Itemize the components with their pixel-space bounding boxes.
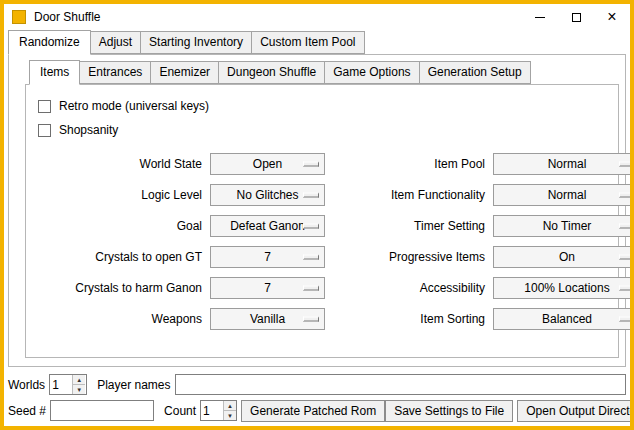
maximize-button[interactable]: [558, 4, 594, 30]
app-icon: [12, 10, 26, 24]
dropdown-indicator-icon: [303, 285, 319, 290]
shopsanity-row: Shopsanity: [32, 118, 612, 142]
titlebar: Door Shuffle ×: [4, 4, 630, 30]
weapons-label: Weapons: [32, 312, 202, 326]
dropdown-indicator-icon: [303, 316, 319, 321]
close-icon: ×: [607, 9, 616, 25]
window-controls: ×: [522, 4, 630, 30]
tab-dungeon-shuffle[interactable]: Dungeon Shuffle: [218, 61, 325, 84]
logic-level-label: Logic Level: [32, 188, 202, 202]
randomize-panel: Items Entrances Enemizer Dungeon Shuffle…: [8, 54, 626, 367]
tab-game-options[interactable]: Game Options: [324, 61, 419, 84]
goal-dropdown[interactable]: Defeat Ganon: [210, 215, 325, 237]
tab-starting-inventory[interactable]: Starting Inventory: [140, 31, 252, 54]
generate-button[interactable]: Generate Patched Rom: [241, 400, 385, 422]
tab-items[interactable]: Items: [29, 60, 80, 85]
bottom-bar: Worlds ▲ ▼ Player names Seed # Count ▲ ▼: [4, 367, 630, 426]
item-pool-dropdown[interactable]: Normal: [493, 153, 634, 175]
dropdown-indicator-icon: [619, 285, 634, 290]
count-spin-buttons: ▲ ▼: [223, 401, 236, 420]
outer-notebook: Randomize Adjust Starting Inventory Cust…: [4, 30, 630, 367]
tab-randomize[interactable]: Randomize: [8, 30, 91, 55]
crystals-ganon-dropdown[interactable]: 7: [210, 277, 325, 299]
crystals-gt-label: Crystals to open GT: [32, 250, 202, 264]
logic-level-dropdown[interactable]: No Glitches: [210, 184, 325, 206]
tab-custom-item-pool[interactable]: Custom Item Pool: [251, 31, 364, 54]
dropdown-indicator-icon: [619, 223, 634, 228]
worlds-row: Worlds ▲ ▼ Player names: [8, 373, 626, 396]
crystals-ganon-label: Crystals to harm Ganon: [32, 281, 202, 295]
spin-up-icon[interactable]: ▲: [73, 375, 85, 384]
tab-generation-setup[interactable]: Generation Setup: [419, 61, 531, 84]
accessibility-label: Accessibility: [333, 281, 485, 295]
count-spinbox[interactable]: ▲ ▼: [200, 400, 237, 421]
dropdown-indicator-icon: [303, 161, 319, 166]
tab-entrances[interactable]: Entrances: [79, 61, 151, 84]
open-output-button[interactable]: Open Output Directory: [517, 400, 634, 422]
shopsanity-checkbox[interactable]: [38, 124, 51, 137]
progressive-items-label: Progressive Items: [333, 250, 485, 264]
timer-setting-value: No Timer: [543, 219, 592, 233]
spin-down-icon[interactable]: ▼: [73, 384, 85, 394]
dropdown-indicator-icon: [619, 161, 634, 166]
accessibility-value: 100% Locations: [524, 281, 609, 295]
weapons-dropdown[interactable]: Vanilla: [210, 308, 325, 330]
player-names-label: Player names: [97, 378, 170, 392]
dropdown-indicator-icon: [303, 254, 319, 259]
accessibility-dropdown[interactable]: 100% Locations: [493, 277, 634, 299]
item-pool-value: Normal: [548, 157, 587, 171]
dropdown-indicator-icon: [619, 192, 634, 197]
goal-value: Defeat Ganon: [230, 219, 305, 233]
progressive-items-dropdown[interactable]: On: [493, 246, 634, 268]
retro-mode-row: Retro mode (universal keys): [32, 94, 612, 118]
item-functionality-dropdown[interactable]: Normal: [493, 184, 634, 206]
crystals-gt-dropdown[interactable]: 7: [210, 246, 325, 268]
worlds-label: Worlds: [8, 378, 45, 392]
maximize-icon: [572, 13, 581, 22]
item-functionality-value: Normal: [548, 188, 587, 202]
item-pool-label: Item Pool: [333, 157, 485, 171]
item-sorting-value: Balanced: [542, 312, 592, 326]
sub-tab-bar: Items Entrances Enemizer Dungeon Shuffle…: [25, 60, 619, 84]
retro-mode-checkbox[interactable]: [38, 100, 51, 113]
options-grid: World State Open Item Pool Normal Logic …: [32, 148, 612, 334]
worlds-spin-buttons: ▲ ▼: [72, 375, 85, 394]
window-title: Door Shuffle: [34, 10, 101, 24]
minimize-button[interactable]: [522, 4, 558, 30]
seed-row: Seed # Count ▲ ▼ Generate Patched Rom Sa…: [8, 399, 626, 422]
shopsanity-label: Shopsanity: [59, 123, 118, 137]
dropdown-indicator-icon: [303, 223, 319, 228]
world-state-value: Open: [253, 157, 282, 171]
main-tab-bar: Randomize Adjust Starting Inventory Cust…: [4, 30, 630, 54]
logic-level-value: No Glitches: [236, 188, 298, 202]
item-sorting-label: Item Sorting: [333, 312, 485, 326]
crystals-ganon-value: 7: [264, 281, 271, 295]
goal-label: Goal: [32, 219, 202, 233]
world-state-label: World State: [32, 157, 202, 171]
weapons-value: Vanilla: [250, 312, 285, 326]
tab-adjust[interactable]: Adjust: [90, 31, 141, 54]
timer-setting-label: Timer Setting: [333, 219, 485, 233]
dropdown-indicator-icon: [303, 192, 319, 197]
player-names-input[interactable]: [175, 374, 627, 395]
minimize-icon: [535, 17, 545, 18]
save-settings-button[interactable]: Save Settings to File: [385, 400, 513, 422]
item-functionality-label: Item Functionality: [333, 188, 485, 202]
world-state-dropdown[interactable]: Open: [210, 153, 325, 175]
item-sorting-dropdown[interactable]: Balanced: [493, 308, 634, 330]
dropdown-indicator-icon: [619, 316, 634, 321]
seed-label: Seed #: [8, 404, 46, 418]
seed-input[interactable]: [50, 400, 154, 421]
worlds-input[interactable]: [50, 375, 72, 394]
timer-setting-dropdown[interactable]: No Timer: [493, 215, 634, 237]
tab-enemizer[interactable]: Enemizer: [150, 61, 219, 84]
spin-down-icon[interactable]: ▼: [224, 410, 236, 420]
spin-up-icon[interactable]: ▲: [224, 401, 236, 410]
crystals-gt-value: 7: [264, 250, 271, 264]
items-panel: Retro mode (universal keys) Shopsanity W…: [25, 84, 619, 358]
close-button[interactable]: ×: [594, 4, 630, 30]
worlds-spinbox[interactable]: ▲ ▼: [49, 374, 87, 395]
retro-mode-label: Retro mode (universal keys): [59, 99, 209, 113]
count-input[interactable]: [201, 401, 223, 420]
progressive-items-value: On: [559, 250, 575, 264]
